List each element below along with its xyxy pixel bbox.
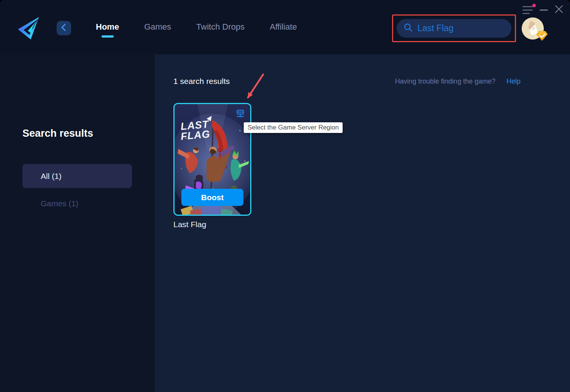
boost-button[interactable]: Boost	[181, 189, 243, 206]
minimize-button[interactable]	[538, 5, 549, 16]
server-region-tooltip: Select the Game Server Region	[244, 122, 343, 133]
sidebar: Search results All (1) Games (1)	[0, 54, 155, 392]
gold-gem-check-badge-icon	[536, 31, 548, 41]
server-region-button[interactable]	[235, 109, 245, 119]
results-count: 1 search results	[173, 77, 230, 86]
header-bar: Home Games Twitch Drops Affiliate	[0, 0, 570, 54]
close-icon	[554, 4, 564, 16]
search-value: Last Flag	[418, 23, 454, 33]
notification-dot	[532, 4, 536, 7]
help-link[interactable]: Help	[506, 77, 521, 85]
main-content: 1 search results Having trouble finding …	[155, 54, 570, 392]
search-annotation-rectangle: Last Flag	[392, 14, 516, 42]
tab-affiliate-label: Affiliate	[270, 22, 297, 32]
back-button[interactable]	[57, 21, 71, 35]
sidebar-title: Search results	[22, 128, 93, 139]
game-card-last-flag[interactable]: LAST FLAG	[173, 103, 251, 216]
tab-games[interactable]: Games	[144, 22, 171, 38]
app-logo-icon	[17, 16, 41, 40]
tab-twitch-drops-label: Twitch Drops	[196, 22, 245, 32]
red-arrow-annotation	[237, 70, 271, 106]
filter-games[interactable]: Games (1)	[41, 199, 78, 208]
search-icon	[403, 22, 413, 34]
filter-games-label: Games (1)	[41, 199, 78, 208]
app-window: Home Games Twitch Drops Affiliate	[0, 0, 570, 392]
game-title: Last Flag	[173, 220, 206, 229]
tab-home[interactable]: Home	[96, 22, 119, 38]
hamburger-menu-icon[interactable]	[522, 5, 535, 16]
close-button[interactable]	[553, 4, 565, 16]
search-input[interactable]: Last Flag	[397, 19, 511, 38]
tab-affiliate[interactable]: Affiliate	[270, 22, 297, 38]
filter-all-label: All (1)	[41, 172, 62, 181]
filter-all[interactable]: All (1)	[22, 164, 132, 188]
help-text: Having trouble finding the game?	[395, 77, 495, 85]
tab-twitch-drops[interactable]: Twitch Drops	[196, 22, 245, 38]
tab-games-label: Games	[144, 22, 171, 32]
minimize-icon	[540, 9, 548, 11]
results-header-row: 1 search results Having trouble finding …	[173, 76, 521, 87]
main-nav: Home Games Twitch Drops Affiliate	[96, 22, 297, 38]
tab-home-label: Home	[96, 22, 119, 32]
chevron-left-icon	[59, 22, 69, 34]
server-region-icon	[235, 109, 245, 119]
active-tab-underline	[102, 35, 114, 38]
